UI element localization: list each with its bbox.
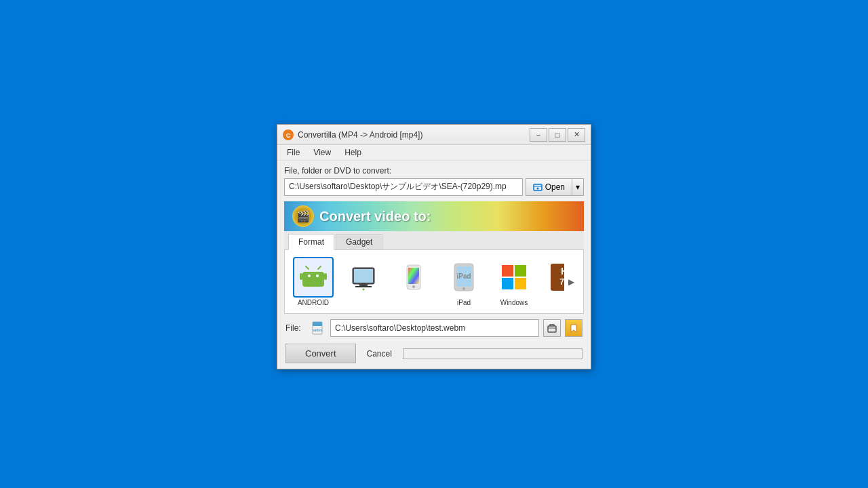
- svg-rect-30: [515, 278, 526, 289]
- ipad-icon: iPad: [448, 261, 480, 293]
- output-file-icon: webm: [311, 321, 326, 336]
- gadget-h264[interactable]: H 72: [541, 257, 564, 299]
- h264-icon: H 72: [548, 261, 564, 293]
- gadget-list: ANDROID: [290, 257, 564, 306]
- output-bookmark-button[interactable]: [565, 319, 583, 337]
- bookmark-icon: [569, 323, 578, 333]
- android-label: ANDROID: [298, 299, 329, 306]
- svg-point-12: [316, 274, 319, 277]
- svg-text:C: C: [286, 132, 291, 139]
- colorful-icon-box: [393, 257, 434, 298]
- convert-banner: 🎬 Convert video to:: [284, 201, 584, 231]
- titlebar: C Convertilla (MP4 -> Android [mp4]) − □…: [277, 125, 591, 145]
- scroll-right-arrow[interactable]: ▶: [564, 262, 578, 302]
- convert-button[interactable]: Convert: [285, 344, 356, 363]
- menu-view[interactable]: View: [308, 146, 336, 159]
- main-window: C Convertilla (MP4 -> Android [mp4]) − □…: [277, 124, 591, 369]
- svg-rect-28: [515, 265, 526, 277]
- gadget-ipad[interactable]: iPad iPad: [441, 257, 487, 306]
- source-label: File, folder or DVD to convert:: [284, 166, 584, 176]
- gadget-colorful[interactable]: [391, 257, 437, 299]
- gadget-tablet[interactable]: [340, 257, 387, 299]
- tablet-icon: [347, 261, 380, 293]
- svg-point-25: [462, 287, 465, 290]
- minimize-button[interactable]: −: [530, 128, 547, 142]
- menubar: File View Help: [277, 145, 591, 161]
- open-button-main[interactable]: Open: [526, 179, 572, 195]
- colorful-icon: [397, 261, 430, 293]
- action-row: Convert Cancel: [284, 344, 584, 363]
- windows-label: Windows: [500, 299, 528, 306]
- tablet-icon-box: [343, 257, 384, 298]
- source-input[interactable]: C:\Users\softaro\Desktop\サンプルビデオ\SEA-(72…: [284, 178, 523, 196]
- svg-point-11: [308, 274, 311, 277]
- svg-rect-8: [317, 280, 320, 287]
- ipad-icon-box: iPad: [443, 257, 484, 298]
- h264-icon-box: H 72: [544, 257, 564, 298]
- svg-rect-35: [313, 322, 322, 326]
- svg-rect-7: [307, 280, 309, 287]
- output-input[interactable]: [330, 319, 539, 337]
- banner-text: Convert video to:: [319, 209, 431, 224]
- maximize-button[interactable]: □: [549, 128, 566, 142]
- app-icon: C: [283, 129, 294, 140]
- progress-bar-container: [403, 348, 583, 359]
- close-button[interactable]: ✕: [568, 128, 585, 142]
- menu-help[interactable]: Help: [339, 146, 367, 159]
- svg-rect-37: [548, 326, 556, 332]
- svg-line-14: [318, 266, 321, 269]
- android-icon-box: [293, 257, 334, 298]
- svg-text:iPad: iPad: [456, 272, 471, 280]
- source-row: C:\Users\softaro\Desktop\サンプルビデオ\SEA-(72…: [284, 178, 584, 196]
- svg-point-22: [412, 285, 415, 288]
- svg-rect-9: [300, 273, 302, 280]
- open-button[interactable]: Open ▾: [526, 178, 584, 196]
- windows-icon: [498, 261, 530, 293]
- svg-text:🎬: 🎬: [296, 210, 310, 223]
- svg-text:webm: webm: [312, 328, 323, 332]
- content-area: File, folder or DVD to convert: C:\Users…: [277, 161, 591, 369]
- open-icon: [533, 182, 542, 192]
- window-controls: − □ ✕: [530, 128, 585, 142]
- banner-icon: 🎬: [292, 205, 314, 227]
- gadget-windows[interactable]: Windows: [491, 257, 537, 306]
- gadgets-area: ANDROID: [284, 250, 584, 314]
- svg-rect-21: [408, 268, 419, 284]
- browse-icon: [547, 323, 557, 333]
- svg-text:72: 72: [559, 277, 564, 287]
- svg-rect-6: [302, 272, 324, 287]
- output-browse-button[interactable]: [543, 319, 561, 337]
- ipad-label: iPad: [457, 299, 471, 306]
- open-label: Open: [545, 182, 565, 192]
- tab-gadget[interactable]: Gadget: [336, 234, 382, 249]
- open-dropdown-arrow[interactable]: ▾: [572, 179, 583, 195]
- output-label: File:: [285, 323, 307, 333]
- gadget-android[interactable]: ANDROID: [290, 257, 336, 306]
- svg-rect-27: [502, 265, 513, 277]
- svg-point-19: [363, 289, 365, 291]
- svg-rect-18: [355, 286, 372, 287]
- output-section: File: webm: [284, 319, 584, 337]
- windows-icon-box: [494, 257, 534, 298]
- svg-point-3: [536, 188, 538, 190]
- tab-format[interactable]: Format: [288, 234, 334, 250]
- window-title: Convertilla (MP4 -> Android [mp4]): [298, 130, 530, 140]
- svg-rect-29: [502, 278, 513, 289]
- android-icon: [297, 261, 330, 293]
- svg-rect-16: [354, 269, 373, 283]
- tabs-row: Format Gadget: [284, 231, 584, 250]
- menu-file[interactable]: File: [281, 146, 305, 159]
- cancel-button[interactable]: Cancel: [361, 345, 397, 363]
- svg-rect-10: [324, 273, 327, 280]
- svg-rect-17: [359, 284, 368, 286]
- svg-line-13: [306, 266, 309, 269]
